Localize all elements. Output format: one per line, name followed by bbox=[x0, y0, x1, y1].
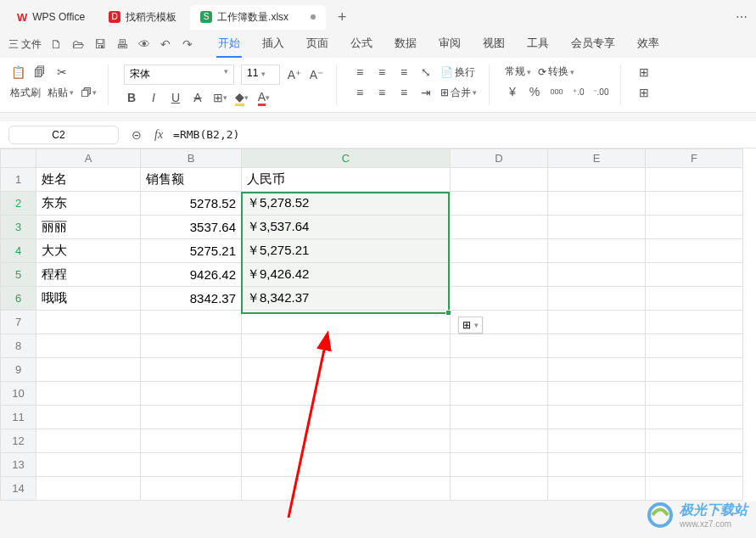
cell[interactable] bbox=[646, 382, 743, 406]
cell[interactable] bbox=[548, 263, 646, 287]
cell[interactable]: 5278.52 bbox=[141, 192, 242, 216]
row-header[interactable]: 10 bbox=[1, 382, 36, 406]
cell[interactable] bbox=[36, 358, 141, 382]
tab-insert[interactable]: 插入 bbox=[260, 31, 286, 58]
cell[interactable] bbox=[141, 453, 242, 477]
font-size-select[interactable]: 11 ▾ bbox=[241, 64, 280, 85]
cell[interactable] bbox=[36, 477, 141, 501]
align-left-icon[interactable]: ≡ bbox=[352, 85, 367, 100]
cell[interactable]: ￥3,537.64 bbox=[242, 216, 451, 239]
cell[interactable] bbox=[548, 429, 646, 453]
col-header-B[interactable]: B bbox=[141, 149, 242, 168]
clipboard-icon[interactable]: 📋 bbox=[10, 64, 25, 80]
app-menu-icon[interactable]: ⋯ bbox=[736, 10, 749, 24]
cell[interactable]: 大大 bbox=[36, 239, 141, 263]
strike-button[interactable]: A bbox=[190, 90, 205, 105]
indent-icon[interactable]: ⇥ bbox=[418, 85, 434, 100]
cell[interactable] bbox=[36, 334, 141, 358]
cell[interactable] bbox=[242, 429, 451, 453]
align-center-icon[interactable]: ≡ bbox=[374, 85, 389, 100]
shrink-font-icon[interactable]: A⁻ bbox=[309, 67, 324, 82]
cell[interactable] bbox=[646, 358, 743, 382]
cell[interactable]: 销售额 bbox=[141, 168, 242, 192]
cell[interactable]: 9426.42 bbox=[141, 263, 242, 287]
cancel-formula-icon[interactable]: ⊝ bbox=[129, 127, 144, 143]
print-icon[interactable]: 🖶 bbox=[116, 37, 130, 51]
bold-button[interactable]: B bbox=[124, 90, 139, 105]
cell[interactable]: ￥8,342.37 bbox=[242, 287, 451, 311]
cell[interactable] bbox=[548, 477, 646, 501]
col-header-F[interactable]: F bbox=[646, 149, 743, 168]
align-bot-icon[interactable]: ≡ bbox=[396, 64, 412, 80]
cell[interactable] bbox=[646, 334, 743, 358]
cell[interactable] bbox=[242, 311, 451, 334]
fx-icon[interactable]: fx bbox=[154, 128, 163, 142]
cell[interactable] bbox=[548, 192, 646, 216]
row-header[interactable]: 2 bbox=[1, 192, 36, 216]
tab-review[interactable]: 审阅 bbox=[437, 31, 462, 58]
cell[interactable] bbox=[242, 382, 451, 406]
merge-button[interactable]: ⊞ 合并▾ bbox=[440, 86, 477, 100]
cell[interactable] bbox=[242, 453, 451, 477]
cell[interactable] bbox=[548, 287, 646, 311]
cell[interactable] bbox=[451, 334, 548, 358]
cell[interactable]: 程程 bbox=[36, 263, 141, 287]
cell[interactable]: ￥5,278.52 bbox=[242, 192, 451, 216]
spreadsheet-area[interactable]: A B C D E F 1姓名销售额人民币2东东5278.52￥5,278.52… bbox=[0, 149, 756, 501]
select-all-corner[interactable] bbox=[1, 149, 36, 168]
cell[interactable] bbox=[141, 311, 242, 334]
row-header[interactable]: 13 bbox=[1, 453, 36, 477]
cell[interactable] bbox=[36, 311, 141, 334]
cell[interactable] bbox=[646, 429, 743, 453]
cell[interactable] bbox=[141, 429, 242, 453]
align-right-icon[interactable]: ≡ bbox=[396, 85, 412, 100]
cell-styles-icon[interactable]: ⊞ bbox=[636, 85, 652, 100]
cell[interactable] bbox=[451, 453, 548, 477]
paste-button[interactable]: 粘贴▾ bbox=[48, 86, 74, 100]
cell[interactable] bbox=[451, 239, 548, 263]
tab-formula[interactable]: 公式 bbox=[349, 31, 374, 58]
cell[interactable] bbox=[646, 239, 743, 263]
number-format-select[interactable]: 常规 ▾ bbox=[505, 64, 531, 79]
row-header[interactable]: 1 bbox=[1, 168, 36, 192]
row-header[interactable]: 7 bbox=[1, 311, 36, 334]
col-header-E[interactable]: E bbox=[548, 149, 646, 168]
row-header[interactable]: 11 bbox=[1, 406, 36, 429]
cell[interactable] bbox=[646, 406, 743, 429]
tab-wps-home[interactable]: W WPS Office bbox=[7, 6, 95, 29]
currency-icon[interactable]: ¥ bbox=[505, 84, 520, 99]
cell[interactable] bbox=[451, 382, 548, 406]
align-mid-icon[interactable]: ≡ bbox=[374, 64, 389, 80]
tab-document[interactable]: S 工作簿数量.xlsx bbox=[190, 5, 326, 30]
cell[interactable]: 丽丽 bbox=[36, 216, 141, 239]
cell[interactable] bbox=[548, 406, 646, 429]
format-painter-button[interactable]: 格式刷 bbox=[10, 86, 41, 100]
tab-page[interactable]: 页面 bbox=[305, 31, 330, 58]
orientation-icon[interactable]: ⤡ bbox=[418, 64, 434, 80]
col-header-D[interactable]: D bbox=[451, 149, 548, 168]
thousands-icon[interactable]: 000 bbox=[549, 84, 564, 99]
row-header[interactable]: 12 bbox=[1, 429, 36, 453]
cell[interactable] bbox=[548, 216, 646, 239]
copy-icon[interactable]: 🗐 bbox=[32, 64, 48, 80]
add-tab-button[interactable]: + bbox=[329, 8, 356, 26]
cell[interactable] bbox=[141, 382, 242, 406]
cell[interactable] bbox=[548, 358, 646, 382]
cell[interactable]: 姓名 bbox=[36, 168, 141, 192]
cell[interactable] bbox=[36, 429, 141, 453]
cell[interactable] bbox=[141, 406, 242, 429]
tab-home[interactable]: 开始 bbox=[216, 31, 242, 58]
cell[interactable] bbox=[242, 406, 451, 429]
row-header[interactable]: 5 bbox=[1, 263, 36, 287]
decrease-decimal-icon[interactable]: ⁻.00 bbox=[593, 84, 608, 99]
grow-font-icon[interactable]: A⁺ bbox=[287, 67, 302, 82]
tab-member[interactable]: 会员专享 bbox=[569, 31, 617, 58]
cell[interactable]: 8342.37 bbox=[141, 287, 242, 311]
row-header[interactable]: 4 bbox=[1, 239, 36, 263]
tab-template[interactable]: D 找稻壳模板 bbox=[98, 5, 187, 30]
undo-icon[interactable]: ↶ bbox=[160, 37, 174, 51]
cell[interactable] bbox=[646, 263, 743, 287]
open-icon[interactable]: 🗁 bbox=[72, 37, 86, 51]
row-header[interactable]: 3 bbox=[1, 216, 36, 239]
cell[interactable] bbox=[548, 168, 646, 192]
